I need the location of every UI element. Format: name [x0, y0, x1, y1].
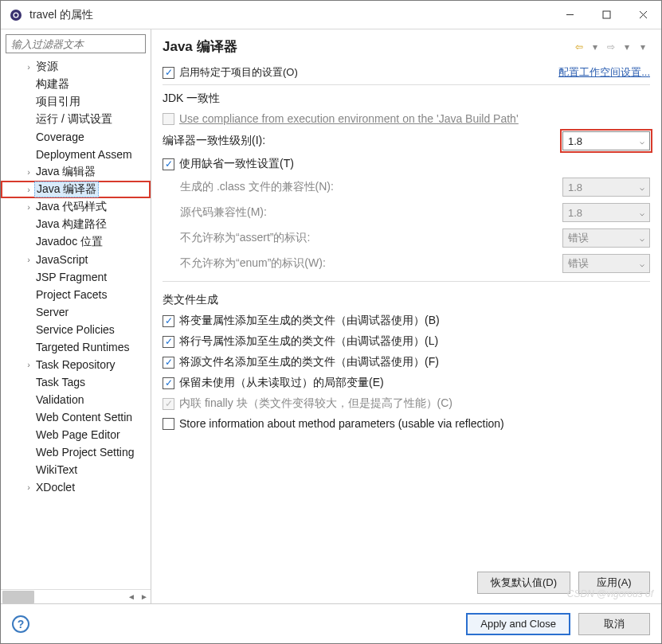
classfile-group-label: 类文件生成	[163, 287, 650, 310]
sidebar: ›资源构建器项目引用运行 / 调试设置CoverageDeployment As…	[1, 29, 151, 603]
sidebar-item-label: Server	[34, 306, 70, 318]
sidebar-item[interactable]: Web Content Settin	[1, 408, 151, 426]
sidebar-item-label: JavaScript	[34, 253, 89, 266]
view-menu-icon[interactable]: ▾	[636, 40, 650, 54]
compiler-level-select[interactable]: 1.8⌵	[562, 131, 650, 150]
close-button[interactable]	[625, 1, 661, 29]
chevron-right-icon: ›	[23, 482, 34, 492]
class-compat-label: 生成的 .class 文件的兼容性(N):	[180, 180, 562, 194]
chevron-right-icon: ›	[23, 167, 34, 177]
sidebar-item[interactable]: Coverage	[1, 128, 151, 146]
svg-point-2	[14, 13, 18, 16]
add-source-file-label: 将源文件名添加至生成的类文件（由调试器使用）(F)	[179, 355, 650, 369]
sidebar-item[interactable]: Task Tags	[1, 373, 151, 391]
sidebar-item-label: Java 构建路径	[34, 217, 108, 232]
preserve-unused-label: 保留未使用（从未读取过）的局部变量(E)	[179, 376, 650, 390]
sidebar-item[interactable]: ›JavaScript	[1, 251, 151, 268]
sidebar-item[interactable]: 构建器	[1, 76, 151, 93]
sidebar-item-label: Validation	[34, 393, 85, 406]
sidebar-item[interactable]: WikiText	[1, 461, 151, 478]
add-var-attrs-checkbox[interactable]: ✓	[163, 315, 174, 327]
use-compliance-env-checkbox: ✓	[163, 113, 174, 125]
sidebar-horizontal-scrollbar[interactable]: ◄►	[1, 589, 151, 603]
sidebar-item[interactable]: Web Page Editor	[1, 426, 151, 443]
sidebar-item[interactable]: JSP Fragment	[1, 268, 151, 286]
sidebar-item-label: 构建器	[34, 77, 71, 92]
sidebar-item-label: Java 代码样式	[34, 200, 108, 214]
assert-select: 错误⌵	[562, 228, 650, 248]
enable-project-specific-checkbox[interactable]: ✓	[163, 67, 174, 79]
chevron-right-icon: ›	[23, 255, 34, 264]
filter-input[interactable]	[6, 34, 146, 53]
sidebar-item-label: Web Page Editor	[34, 428, 122, 441]
add-var-attrs-label: 将变量属性添加至生成的类文件（由调试器使用）(B)	[179, 314, 650, 328]
window-title: travel 的属性	[29, 8, 551, 22]
sidebar-item[interactable]: Web Project Setting	[1, 443, 151, 461]
sidebar-item[interactable]: Deployment Assem	[1, 146, 151, 163]
nav-fwd-menu-icon[interactable]: ▾	[620, 40, 634, 54]
configure-workspace-link[interactable]: 配置工作空间设置...	[558, 65, 650, 80]
sidebar-item-label: XDoclet	[34, 481, 76, 494]
titlebar: travel 的属性	[1, 1, 661, 29]
chevron-right-icon: ›	[23, 202, 34, 212]
inline-finally-checkbox: ✓	[163, 398, 174, 410]
help-icon[interactable]: ?	[12, 615, 29, 633]
enable-project-specific-label: 启用特定于项目的设置(O)	[179, 65, 558, 80]
add-source-file-checkbox[interactable]: ✓	[163, 357, 174, 369]
sidebar-item[interactable]: ›Java 编辑器	[1, 163, 151, 181]
sidebar-item-label: Task Tags	[34, 376, 87, 388]
sidebar-item[interactable]: Server	[1, 303, 151, 321]
sidebar-item-label: Java 编辑器	[34, 165, 97, 179]
sidebar-item-label: 项目引用	[34, 95, 82, 109]
nav-fwd-icon[interactable]: ⇨	[604, 40, 618, 54]
use-default-compliance-label: 使用缺省一致性设置(T)	[179, 157, 650, 171]
sidebar-item[interactable]: ›Task Repository	[1, 356, 151, 373]
sidebar-item[interactable]: Java 构建路径	[1, 216, 151, 233]
sidebar-item[interactable]: Service Policies	[1, 321, 151, 338]
chevron-right-icon: ›	[23, 62, 34, 72]
sidebar-item[interactable]: ›Java 代码样式	[1, 198, 151, 216]
add-line-attrs-checkbox[interactable]: ✓	[163, 336, 174, 348]
sidebar-item-label: Coverage	[34, 131, 86, 143]
svg-rect-4	[603, 11, 610, 18]
compiler-level-label: 编译器一致性级别(I):	[163, 134, 562, 148]
nav-back-menu-icon[interactable]: ▾	[588, 40, 602, 54]
use-default-compliance-checkbox[interactable]: ✓	[163, 158, 174, 170]
sidebar-item[interactable]: Targeted Runtimes	[1, 338, 151, 356]
sidebar-item[interactable]: Project Facets	[1, 286, 151, 303]
preserve-unused-checkbox[interactable]: ✓	[163, 377, 174, 389]
assert-label: 不允许称为“assert”的标识:	[180, 231, 562, 245]
sidebar-item[interactable]: 项目引用	[1, 93, 151, 111]
sidebar-item[interactable]: 运行 / 调试设置	[1, 111, 151, 128]
apply-and-close-button[interactable]: Apply and Close	[466, 613, 570, 635]
page-title: Java 编译器	[163, 37, 572, 56]
sidebar-item-label: Project Facets	[34, 288, 108, 301]
apply-button[interactable]: 应用(A)	[578, 572, 650, 594]
sidebar-item-label: Task Repository	[34, 358, 117, 371]
nav-back-icon[interactable]: ⇦	[572, 40, 586, 54]
jdk-compliance-group-label: JDK 一致性	[163, 85, 650, 109]
use-compliance-env-label: Use compliance from execution environmen…	[179, 112, 650, 125]
store-method-params-checkbox[interactable]: ✓	[163, 418, 174, 430]
chevron-right-icon: ›	[23, 360, 34, 369]
sidebar-item-label: Web Content Settin	[34, 411, 134, 423]
sidebar-item[interactable]: ›Java 编译器	[1, 181, 151, 198]
sidebar-item[interactable]: ›资源	[1, 58, 151, 76]
java-build-path-link[interactable]: 'Java Build Path'	[437, 112, 519, 125]
sidebar-item-label: Service Policies	[34, 323, 116, 336]
inline-finally-label: 内联 finally 块（类文件变得较大，但是提高了性能）(C)	[179, 396, 650, 411]
class-compat-select: 1.8⌵	[562, 178, 650, 197]
sidebar-item[interactable]: ›XDoclet	[1, 478, 151, 496]
sidebar-item[interactable]: Javadoc 位置	[1, 233, 151, 251]
sidebar-item[interactable]: Validation	[1, 391, 151, 408]
store-method-params-label: Store information about method parameter…	[179, 417, 650, 430]
sidebar-item-label: Deployment Assem	[34, 148, 134, 161]
tree: ›资源构建器项目引用运行 / 调试设置CoverageDeployment As…	[1, 57, 151, 589]
minimize-button[interactable]	[551, 1, 588, 29]
maximize-button[interactable]	[588, 1, 625, 29]
cancel-button[interactable]: 取消	[578, 613, 650, 635]
sidebar-item-label: 资源	[34, 60, 60, 74]
source-compat-select: 1.8⌵	[562, 203, 650, 222]
restore-defaults-button[interactable]: 恢复默认值(D)	[477, 572, 570, 594]
sidebar-item-label: 运行 / 调试设置	[34, 112, 114, 127]
